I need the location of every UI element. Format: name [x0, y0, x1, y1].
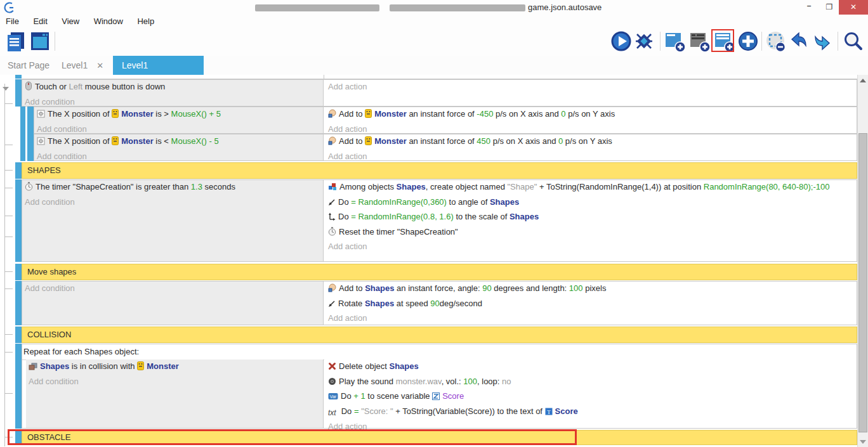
- action-line[interactable]: Rotate Shapes at speed 90deg/second: [328, 297, 852, 312]
- debug-button[interactable]: [633, 30, 655, 53]
- actions-cell[interactable]: Delete object ShapesPlay the sound monst…: [324, 360, 857, 428]
- event-tree-tick: [4, 288, 13, 289]
- group-header-obstacle[interactable]: OBSTACLE: [22, 430, 857, 445]
- event-row[interactable]: The X position of Monster is < MouseX() …: [34, 134, 857, 161]
- tab-level1[interactable]: Level1✕: [62, 56, 103, 75]
- event-row[interactable]: The timer "ShapeCreation" is greater tha…: [22, 179, 857, 262]
- add-action-link[interactable]: Add action: [328, 150, 852, 164]
- group-header-collision[interactable]: COLLISION: [22, 327, 857, 343]
- event-text-segment: at speed: [394, 299, 430, 308]
- event-indent-bar: [15, 344, 22, 429]
- condition-line[interactable]: The timer "ShapeCreation" is greater tha…: [25, 180, 320, 195]
- add-condition-link[interactable]: Add condition: [25, 282, 320, 295]
- menu-file[interactable]: File: [0, 15, 25, 27]
- conditions-cell[interactable]: Add condition: [22, 282, 324, 325]
- event-row[interactable]: Repeat for each Shapes object:Shapes is …: [22, 344, 857, 429]
- action-line[interactable]: Delete object Shapes: [328, 360, 852, 375]
- timer-icon: [328, 226, 336, 240]
- minimize-button[interactable]: –: [798, 0, 820, 15]
- add-subevent-button[interactable]: [713, 30, 735, 53]
- event-indent-bar: [15, 79, 22, 107]
- tab-close-icon[interactable]: ✕: [96, 61, 103, 70]
- search-button[interactable]: [842, 30, 864, 53]
- undo-button[interactable]: [788, 30, 810, 53]
- foreach-header[interactable]: Repeat for each Shapes object:: [22, 344, 857, 360]
- event-text-segment: 100: [463, 377, 477, 386]
- group-header-shapes[interactable]: SHAPES: [22, 162, 857, 179]
- actions-cell[interactable]: Add to Monster an instant force of 450 p…: [324, 134, 857, 160]
- action-line[interactable]: Add to Shapes an instant force, angle: 9…: [328, 282, 852, 297]
- conditions-cell[interactable]: Touch or Left mouse button is downAdd co…: [22, 80, 324, 106]
- vertical-scrollbar[interactable]: [857, 75, 868, 447]
- condition-line[interactable]: Touch or Left mouse button is down: [25, 80, 320, 95]
- action-line[interactable]: txtDo = "Score: " + ToString(Variable(Sc…: [328, 405, 852, 420]
- menu-view[interactable]: View: [56, 15, 85, 27]
- add-other-event-button[interactable]: [737, 30, 759, 53]
- play-button[interactable]: [610, 30, 632, 53]
- redo-button[interactable]: [812, 30, 833, 53]
- add-action-link[interactable]: Add action: [328, 80, 852, 94]
- menu-bar: File Edit View Window Help: [0, 15, 868, 28]
- event-tree-tick: [4, 216, 13, 216]
- scroll-up-icon[interactable]: [860, 79, 866, 82]
- conditions-cell[interactable]: The X position of Monster is < MouseX() …: [34, 134, 324, 160]
- event-text-segment: + ToString(RandomInRange(1,4)) at positi…: [537, 182, 703, 191]
- add-comment-button[interactable]: [688, 30, 710, 53]
- start-page-button[interactable]: [29, 30, 51, 53]
- tab-level1-events[interactable]: Level1 (Events)✕: [113, 56, 204, 75]
- event-text-segment: Monster: [121, 109, 154, 119]
- event-text-segment: an instant force of: [407, 136, 477, 146]
- action-line[interactable]: Do = RandomInRange(0,360) to angle of Sh…: [328, 195, 852, 211]
- actions-cell[interactable]: Add action: [324, 80, 857, 106]
- maximize-button[interactable]: ❐: [820, 0, 839, 15]
- event-row[interactable]: The X position of Monster is > MouseX() …: [34, 107, 857, 134]
- collapse-arrow-icon[interactable]: [3, 87, 9, 91]
- add-event-button[interactable]: [664, 30, 685, 53]
- add-condition-link[interactable]: Add condition: [25, 195, 320, 209]
- unselect-all-button[interactable]: [765, 30, 786, 53]
- event-row[interactable]: Touch or Left mouse button is downAdd co…: [22, 79, 857, 107]
- close-button[interactable]: ✕: [839, 0, 868, 15]
- project-manager-button[interactable]: [5, 30, 27, 53]
- condition-line[interactable]: The X position of Monster is < MouseX() …: [37, 134, 320, 150]
- add-action-link[interactable]: Add action: [328, 240, 852, 254]
- event-tree-tick: [4, 145, 13, 145]
- action-line[interactable]: Reset the timer "ShapeCreation": [328, 225, 852, 240]
- redacted-title-text: [255, 4, 379, 11]
- menu-help[interactable]: Help: [131, 15, 160, 27]
- condition-line[interactable]: Shapes is in collision with Monster: [29, 360, 320, 375]
- event-text-segment: >: [164, 109, 171, 119]
- event-text-segment: , loop:: [477, 377, 502, 386]
- event-text-segment: Left: [69, 82, 82, 91]
- group-label: COLLISION: [22, 327, 857, 342]
- event-text-segment: 0: [561, 109, 565, 119]
- action-line[interactable]: Add to Monster an instant force of -450 …: [328, 107, 852, 122]
- event-text-segment: Delete object: [339, 361, 390, 371]
- conditions-cell[interactable]: The X position of Monster is > MouseX() …: [34, 107, 324, 133]
- actions-cell[interactable]: Among objects Shapes, create object name…: [324, 180, 857, 261]
- event-row[interactable]: Add conditionAdd to Shapes an instant fo…: [22, 281, 857, 325]
- conditions-cell[interactable]: Shapes is in collision with MonsterAdd c…: [26, 360, 324, 428]
- event-tree-tick: [4, 334, 13, 335]
- event-text-segment: The timer "ShapeCreation" is greater tha…: [36, 182, 191, 191]
- scroll-down-icon[interactable]: [860, 440, 866, 444]
- event-text-segment: Shapes: [397, 182, 426, 191]
- condition-line[interactable]: The X position of Monster is > MouseX() …: [37, 107, 320, 122]
- add-condition-link[interactable]: Add condition: [37, 150, 320, 164]
- menu-window[interactable]: Window: [88, 15, 129, 27]
- conditions-cell[interactable]: The timer "ShapeCreation" is greater tha…: [22, 180, 324, 261]
- action-line[interactable]: VarDo + 1 to scene variable Score: [328, 389, 852, 405]
- group-header-move-shapes[interactable]: Move shapes: [22, 264, 857, 280]
- actions-cell[interactable]: Add to Monster an instant force of -450 …: [324, 107, 857, 133]
- action-line[interactable]: Play the sound monster.wav, vol.: 100, l…: [328, 375, 852, 390]
- event-text-segment: Add to: [339, 283, 365, 293]
- action-line[interactable]: Among objects Shapes, create object name…: [328, 180, 852, 195]
- add-condition-link[interactable]: Add condition: [29, 375, 320, 389]
- action-line[interactable]: Do = RandomInRange(0.8, 1.6) to the scal…: [328, 210, 852, 225]
- add-action-link[interactable]: Add action: [328, 311, 852, 325]
- scrollbar-thumb[interactable]: [858, 133, 867, 432]
- tab-start-page[interactable]: Start Page: [8, 56, 49, 75]
- menu-edit[interactable]: Edit: [27, 15, 53, 27]
- actions-cell[interactable]: Add to Shapes an instant force, angle: 9…: [324, 282, 857, 325]
- action-line[interactable]: Add to Monster an instant force of 450 p…: [328, 134, 852, 150]
